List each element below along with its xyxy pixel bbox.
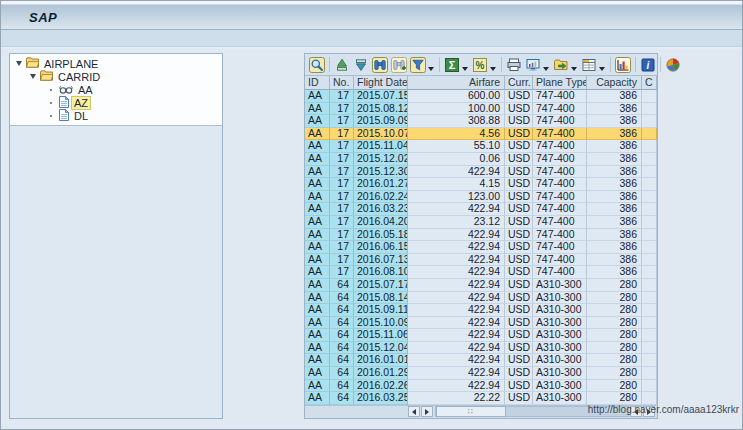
table-cell[interactable]: AA bbox=[305, 279, 330, 292]
choose-layout-button[interactable] bbox=[580, 56, 598, 74]
table-row[interactable]: AA172015.12.020.06USD747-400386 bbox=[305, 153, 657, 166]
table-cell[interactable] bbox=[642, 166, 657, 179]
table-cell[interactable]: AA bbox=[305, 354, 330, 367]
table-cell[interactable]: 747-400 bbox=[533, 266, 587, 279]
table-cell[interactable]: 55.10 bbox=[408, 140, 505, 153]
scroll-left-button[interactable] bbox=[408, 406, 420, 417]
table-cell[interactable]: 747-400 bbox=[533, 90, 587, 103]
table-cell[interactable]: AA bbox=[305, 203, 330, 216]
dropdown-caret-icon[interactable] bbox=[490, 67, 496, 71]
table-row[interactable]: AA172016.04.2023.12USD747-400386 bbox=[305, 216, 657, 229]
table-cell[interactable] bbox=[642, 354, 657, 367]
table-cell[interactable]: USD bbox=[505, 317, 533, 330]
dropdown-caret-icon[interactable] bbox=[571, 67, 577, 71]
table-cell[interactable]: 747-400 bbox=[533, 103, 587, 116]
table-row[interactable]: AA172015.09.09308.88USD747-400386 bbox=[305, 115, 657, 128]
table-cell[interactable]: 2016.01.27 bbox=[354, 178, 408, 191]
table-cell[interactable] bbox=[642, 115, 657, 128]
table-cell[interactable]: AA bbox=[305, 254, 330, 267]
column-header-flight-date[interactable]: Flight Date bbox=[354, 76, 408, 90]
table-cell[interactable] bbox=[642, 203, 657, 216]
dropdown-caret-icon[interactable] bbox=[599, 67, 605, 71]
table-cell[interactable]: 386 bbox=[587, 153, 642, 166]
table-cell[interactable]: AA bbox=[305, 166, 330, 179]
table-cell[interactable]: USD bbox=[505, 392, 533, 405]
table-row[interactable]: AA642015.12.04422.94USDA310-300280 bbox=[305, 342, 657, 355]
table-cell[interactable]: 422.94 bbox=[408, 304, 505, 317]
table-cell[interactable]: 747-400 bbox=[533, 140, 587, 153]
table-cell[interactable]: USD bbox=[505, 292, 533, 305]
table-cell[interactable]: 386 bbox=[587, 103, 642, 116]
table-cell[interactable]: 747-400 bbox=[533, 166, 587, 179]
table-cell[interactable]: AA bbox=[305, 191, 330, 204]
table-cell[interactable]: A310-300 bbox=[533, 279, 587, 292]
table-cell[interactable]: 2015.12.30 bbox=[354, 166, 408, 179]
table-cell[interactable]: 386 bbox=[587, 203, 642, 216]
table-row[interactable]: AA172015.11.0455.10USD747-400386 bbox=[305, 140, 657, 153]
views-button[interactable] bbox=[524, 56, 542, 74]
table-cell[interactable]: 2015.08.12 bbox=[354, 103, 408, 116]
table-cell[interactable]: 17 bbox=[330, 103, 354, 116]
table-cell[interactable]: 386 bbox=[587, 241, 642, 254]
table-cell[interactable]: AA bbox=[305, 317, 330, 330]
table-cell[interactable]: USD bbox=[505, 380, 533, 393]
table-cell[interactable]: 386 bbox=[587, 115, 642, 128]
table-cell[interactable]: USD bbox=[505, 367, 533, 380]
table-cell[interactable] bbox=[642, 342, 657, 355]
table-cell[interactable]: 386 bbox=[587, 178, 642, 191]
sort-descending-button[interactable] bbox=[352, 56, 370, 74]
table-cell[interactable]: 422.94 bbox=[408, 229, 505, 242]
table-cell[interactable]: 386 bbox=[587, 166, 642, 179]
table-row[interactable]: AA642016.03.2522.22USDA310-300280 bbox=[305, 392, 657, 405]
table-cell[interactable] bbox=[642, 128, 657, 141]
table-cell[interactable]: 64 bbox=[330, 354, 354, 367]
table-cell[interactable]: 2015.12.04 bbox=[354, 342, 408, 355]
tree-node-airplane[interactable]: AIRPLANE bbox=[10, 57, 222, 70]
collapse-arrow-icon[interactable] bbox=[30, 74, 36, 79]
table-cell[interactable]: USD bbox=[505, 115, 533, 128]
table-cell[interactable]: 64 bbox=[330, 279, 354, 292]
table-cell[interactable]: 2016.06.15 bbox=[354, 241, 408, 254]
table-cell[interactable]: 747-400 bbox=[533, 153, 587, 166]
table-cell[interactable]: USD bbox=[505, 354, 533, 367]
table-cell[interactable]: 64 bbox=[330, 380, 354, 393]
table-cell[interactable] bbox=[642, 216, 657, 229]
table-cell[interactable]: 17 bbox=[330, 128, 354, 141]
table-cell[interactable]: AA bbox=[305, 153, 330, 166]
table-cell[interactable]: 64 bbox=[330, 292, 354, 305]
table-cell[interactable]: 2015.09.11 bbox=[354, 304, 408, 317]
table-cell[interactable]: 386 bbox=[587, 140, 642, 153]
table-cell[interactable]: AA bbox=[305, 367, 330, 380]
table-cell[interactable]: 280 bbox=[587, 354, 642, 367]
table-cell[interactable]: 2016.03.23 bbox=[354, 203, 408, 216]
table-cell[interactable]: USD bbox=[505, 90, 533, 103]
table-row[interactable]: AA642015.09.11422.94USDA310-300280 bbox=[305, 304, 657, 317]
table-cell[interactable] bbox=[642, 392, 657, 405]
table-cell[interactable]: A310-300 bbox=[533, 392, 587, 405]
table-cell[interactable]: 4.56 bbox=[408, 128, 505, 141]
table-cell[interactable]: A310-300 bbox=[533, 329, 587, 342]
table-row[interactable]: AA642015.11.06422.94USDA310-300280 bbox=[305, 329, 657, 342]
table-cell[interactable]: 2016.05.18 bbox=[354, 229, 408, 242]
table-cell[interactable] bbox=[642, 90, 657, 103]
column-header-c[interactable]: C bbox=[642, 76, 657, 90]
table-row[interactable]: AA642015.10.09422.94USDA310-300280 bbox=[305, 317, 657, 330]
table-cell[interactable]: AA bbox=[305, 329, 330, 342]
table-cell[interactable] bbox=[642, 279, 657, 292]
table-cell[interactable] bbox=[642, 103, 657, 116]
table-row[interactable]: AA172016.06.15422.94USD747-400386 bbox=[305, 241, 657, 254]
table-cell[interactable]: 17 bbox=[330, 191, 354, 204]
table-cell[interactable]: USD bbox=[505, 342, 533, 355]
tree-item-aa[interactable]: AA bbox=[10, 83, 222, 96]
table-cell[interactable]: 422.94 bbox=[408, 317, 505, 330]
table-cell[interactable] bbox=[642, 191, 657, 204]
table-cell[interactable]: AA bbox=[305, 216, 330, 229]
table-row[interactable]: AA642015.07.17422.94USDA310-300280 bbox=[305, 279, 657, 292]
table-cell[interactable]: 747-400 bbox=[533, 241, 587, 254]
tree-node-carrid[interactable]: CARRID bbox=[10, 70, 222, 83]
table-cell[interactable]: 386 bbox=[587, 128, 642, 141]
table-cell[interactable]: 386 bbox=[587, 229, 642, 242]
table-cell[interactable] bbox=[642, 367, 657, 380]
table-cell[interactable]: 422.94 bbox=[408, 166, 505, 179]
table-cell[interactable] bbox=[642, 178, 657, 191]
